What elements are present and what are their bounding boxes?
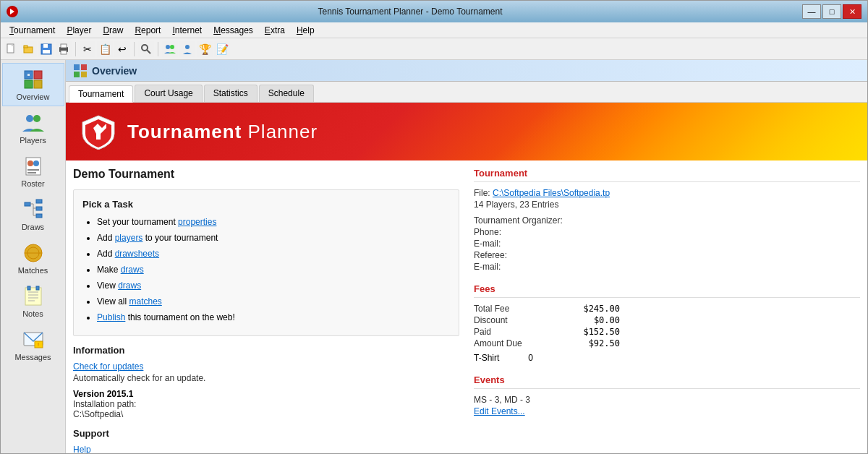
close-button[interactable]: ✕: [843, 4, 861, 19]
toolbar-undo[interactable]: ↩: [114, 41, 130, 57]
publish-link[interactable]: Publish: [97, 312, 125, 322]
information-section: Information Check for updates Automatica…: [73, 345, 459, 419]
tab-tournament[interactable]: Tournament: [69, 85, 133, 103]
toolbar-sep-2: [134, 42, 135, 56]
toolbar: ✂ 📋 ↩ 🏆 📝: [1, 38, 867, 60]
edit-events-link[interactable]: Edit Events...: [474, 406, 525, 416]
email1-label: E-mail:: [474, 239, 860, 249]
roster-icon: [22, 155, 45, 178]
toolbar-new[interactable]: [4, 41, 20, 57]
menu-help[interactable]: Help: [291, 24, 320, 37]
support-title: Support: [73, 428, 459, 439]
overview-icon: [22, 68, 45, 91]
svg-rect-9: [61, 51, 67, 54]
toolbar-notes[interactable]: 📝: [214, 41, 230, 57]
toolbar-player-single[interactable]: [179, 41, 195, 57]
fees-grid: Total Fee $245.00 Discount $0.00 Paid $1…: [474, 304, 860, 348]
menu-extra[interactable]: Extra: [259, 24, 291, 37]
toolbar-sep-3: [158, 42, 158, 56]
matches-link[interactable]: matches: [129, 296, 161, 307]
toolbar-open[interactable]: [21, 41, 37, 57]
drawsheets-link[interactable]: drawsheets: [115, 249, 159, 259]
draws-icon: [22, 198, 45, 221]
sidebar-roster-label: Roster: [21, 179, 44, 188]
file-path-link[interactable]: C:\Softpedia Files\Softpedia.tp: [493, 188, 610, 198]
task-make-draws: Make draws: [97, 263, 450, 276]
phone-label: Phone:: [474, 227, 860, 237]
version-text: Version 2015.1: [73, 389, 459, 399]
amount-due-label: Amount Due: [474, 338, 561, 348]
svg-point-12: [166, 45, 170, 49]
svg-rect-3: [24, 46, 27, 48]
tab-statistics[interactable]: Statistics: [204, 85, 258, 102]
toolbar-save[interactable]: [38, 41, 54, 57]
players-link[interactable]: players: [115, 233, 143, 243]
minimize-button[interactable]: —: [802, 4, 821, 19]
tshirt-label: T-Shirt: [474, 353, 499, 363]
menu-bar: Tournament Player Draw Report Internet M…: [1, 22, 867, 38]
sidebar-overview-label: Overview: [17, 93, 50, 101]
events-title: Events: [474, 374, 860, 389]
tshirt-row: T-Shirt 0: [474, 353, 860, 363]
sidebar-item-overview[interactable]: Overview: [2, 63, 64, 106]
svg-rect-43: [27, 286, 30, 290]
toolbar-players-group[interactable]: [162, 41, 178, 57]
sidebar-draws-label: Draws: [22, 223, 44, 231]
svg-rect-38: [25, 288, 41, 305]
main-area: Overview Players: [1, 60, 867, 453]
svg-text:!: !: [38, 342, 39, 347]
svg-rect-18: [34, 80, 42, 88]
make-draws-link[interactable]: draws: [121, 265, 144, 275]
toolbar-print[interactable]: [56, 41, 72, 57]
menu-tournament[interactable]: Tournament: [4, 24, 61, 37]
task-add-players: Add players to your tournament: [97, 231, 450, 244]
menu-report[interactable]: Report: [129, 24, 166, 37]
sidebar-item-draws[interactable]: Draws: [2, 193, 64, 236]
sidebar-item-messages[interactable]: ! Messages: [2, 323, 64, 367]
total-fee-value: $245.00: [562, 304, 620, 314]
sidebar-matches-label: Matches: [18, 266, 48, 275]
svg-point-13: [170, 45, 174, 49]
svg-rect-44: [36, 286, 39, 290]
install-path: C:\Softpedia\: [73, 409, 459, 419]
task-drawsheets: Add drawsheets: [97, 247, 450, 260]
scroll-content[interactable]: Tournament Planner Demo Tournament Pick …: [66, 103, 867, 453]
tabs-bar: Tournament Court Usage Statistics Schedu…: [66, 82, 867, 103]
sidebar-item-players[interactable]: Players: [2, 106, 64, 150]
messages-icon: !: [22, 328, 45, 351]
discount-value: $0.00: [562, 315, 620, 325]
tab-schedule[interactable]: Schedule: [259, 85, 314, 102]
menu-messages[interactable]: Messages: [208, 24, 259, 37]
task-list: Set your tournament properties Add playe…: [82, 215, 450, 324]
menu-internet[interactable]: Internet: [166, 24, 208, 37]
svg-rect-5: [43, 44, 48, 48]
sidebar-item-matches[interactable]: Matches: [2, 236, 64, 280]
file-line: File: C:\Softpedia Files\Softpedia.tp: [474, 188, 860, 198]
svg-point-23: [27, 160, 33, 166]
toolbar-cut[interactable]: ✂: [80, 41, 95, 57]
menu-player[interactable]: Player: [61, 24, 97, 37]
referee-label: Referee:: [474, 250, 860, 260]
sidebar-item-notes[interactable]: Notes: [2, 280, 64, 323]
task-view-draws: View draws: [97, 279, 450, 292]
view-draws-link[interactable]: draws: [118, 280, 141, 291]
menu-draw[interactable]: Draw: [97, 24, 129, 37]
sidebar: Overview Players: [1, 60, 66, 453]
matches-icon: [22, 241, 45, 265]
toolbar-copy[interactable]: 📋: [97, 41, 113, 57]
check-updates-desc: Automatically check for an update.: [73, 373, 459, 383]
sidebar-item-roster[interactable]: Roster: [2, 150, 64, 193]
check-updates-link[interactable]: Check for updates: [73, 361, 143, 372]
overview-header-icon: [73, 64, 88, 78]
svg-rect-49: [81, 64, 87, 70]
title-bar-left: [7, 6, 18, 17]
help-link[interactable]: Help: [73, 445, 91, 453]
tournament-info-section: Tournament File: C:\Softpedia Files\Soft…: [474, 168, 860, 272]
tab-court-usage[interactable]: Court Usage: [135, 85, 202, 102]
toolbar-trophy[interactable]: 🏆: [197, 41, 213, 57]
players-entries-line: 14 Players, 23 Entries: [474, 200, 860, 210]
content-area: Overview Tournament Court Usage Statisti…: [66, 60, 867, 453]
maximize-button[interactable]: □: [822, 4, 841, 19]
toolbar-search[interactable]: [138, 41, 154, 57]
properties-link[interactable]: properties: [178, 217, 216, 227]
